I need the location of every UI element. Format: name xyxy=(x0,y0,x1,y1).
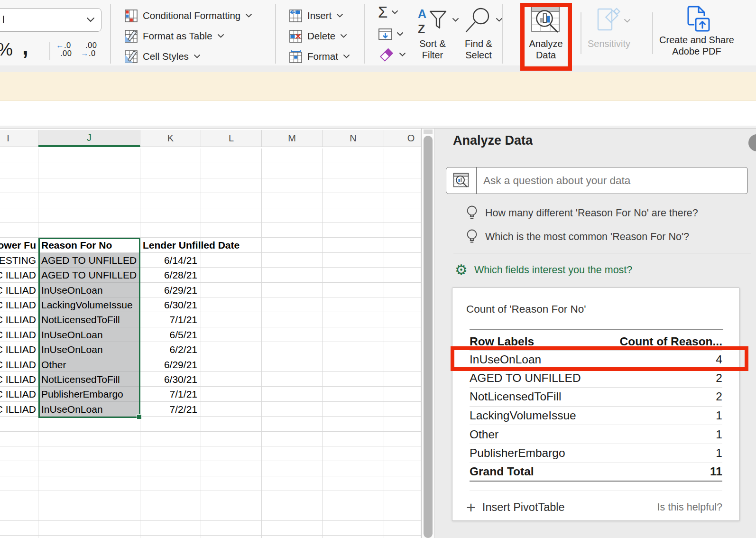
grid-cell[interactable]: ower Fu xyxy=(0,238,38,252)
grid-cell[interactable]: C ILLIAD xyxy=(0,283,38,297)
grid-cell[interactable] xyxy=(38,536,140,538)
grid-cell[interactable] xyxy=(384,178,421,193)
grid-cell[interactable] xyxy=(38,432,140,446)
grid-cell[interactable] xyxy=(38,417,140,431)
grid-cell[interactable] xyxy=(384,476,421,491)
grid-cell[interactable] xyxy=(140,163,201,178)
grid-cell[interactable] xyxy=(323,476,384,491)
grid-cell[interactable] xyxy=(201,536,262,538)
grid-cell[interactable]: C ILLIAD xyxy=(0,372,38,387)
question-search-box[interactable] xyxy=(446,167,748,194)
grid-cell[interactable] xyxy=(201,327,262,342)
grid-cell[interactable] xyxy=(323,297,384,312)
vertical-scrollbar[interactable] xyxy=(421,129,434,538)
grid-cell[interactable] xyxy=(140,476,201,491)
grid-column-header[interactable]: I xyxy=(0,130,38,147)
suggestion-item[interactable]: How many different 'Reason For No' are t… xyxy=(466,205,698,221)
grid-cell[interactable]: 6/29/21 xyxy=(140,283,201,297)
grid-cell[interactable] xyxy=(140,506,201,521)
grid-cell[interactable] xyxy=(384,342,421,357)
grid-cell[interactable] xyxy=(384,491,421,506)
grid-cell[interactable] xyxy=(323,417,384,431)
grid-cell[interactable] xyxy=(323,342,384,357)
grid-cell[interactable] xyxy=(0,193,38,208)
grid-cell[interactable]: C ILLIAD xyxy=(0,268,38,282)
grid-column-header[interactable]: O xyxy=(384,130,421,147)
grid-cell[interactable] xyxy=(0,148,38,163)
grid-cell[interactable]: PublisherEmbargo xyxy=(38,387,140,401)
number-format-dropdown[interactable]: l xyxy=(0,8,101,32)
grid-cell[interactable] xyxy=(262,342,323,357)
grid-cell[interactable] xyxy=(323,223,384,238)
grid-cell[interactable] xyxy=(262,536,323,538)
grid-cell[interactable] xyxy=(201,312,262,327)
grid-cell[interactable] xyxy=(140,178,201,193)
comma-style-button[interactable]: , xyxy=(22,34,28,60)
grid-cell[interactable] xyxy=(38,521,140,536)
grid-cell[interactable] xyxy=(140,432,201,446)
grid-cell[interactable] xyxy=(0,432,38,446)
grid-cell[interactable]: 7/1/21 xyxy=(140,387,201,401)
grid-cell[interactable] xyxy=(323,327,384,342)
fill-button[interactable] xyxy=(378,27,403,42)
conditional-formatting-button[interactable]: Conditional Formatting xyxy=(125,8,252,23)
grid-cell[interactable] xyxy=(262,476,323,491)
grid-cell[interactable] xyxy=(384,253,421,268)
grid-cell[interactable]: Reason For No xyxy=(38,238,140,252)
grid-cell[interactable] xyxy=(201,506,262,521)
grid-cell[interactable] xyxy=(384,193,421,208)
grid-cell[interactable] xyxy=(201,461,262,476)
grid-cell[interactable]: 6/14/21 xyxy=(140,253,201,268)
grid-cell[interactable] xyxy=(384,417,421,431)
grid-cell[interactable]: 6/30/21 xyxy=(140,372,201,387)
create-share-adobe-pdf-button[interactable]: Create and Share Adobe PDF xyxy=(657,4,737,57)
grid-cell[interactable] xyxy=(323,387,384,401)
format-cells-button[interactable]: Format xyxy=(289,49,350,64)
grid-cell[interactable]: AGED TO UNFILLED xyxy=(38,253,140,268)
insert-cells-button[interactable]: Insert xyxy=(289,8,343,23)
grid-cell[interactable] xyxy=(201,283,262,297)
grid-cell[interactable] xyxy=(262,283,323,297)
grid-cell[interactable]: 6/30/21 xyxy=(140,297,201,312)
grid-cell[interactable] xyxy=(0,223,38,238)
grid-cell[interactable]: Lender Unfilled Date xyxy=(140,238,201,252)
grid-cell[interactable]: 6/5/21 xyxy=(140,327,201,342)
grid-cell[interactable]: C ILLIAD xyxy=(0,402,38,417)
grid-cell[interactable] xyxy=(262,238,323,252)
grid-cell[interactable] xyxy=(201,208,262,223)
grid-cell[interactable] xyxy=(140,521,201,536)
grid-cell[interactable] xyxy=(262,327,323,342)
grid-cell[interactable] xyxy=(201,372,262,387)
grid-cell[interactable]: AGED TO UNFILLED xyxy=(38,268,140,282)
percent-style-button[interactable]: % xyxy=(0,40,13,60)
grid-cell[interactable] xyxy=(384,223,421,238)
grid-cell[interactable] xyxy=(262,297,323,312)
grid-cell[interactable]: 6/28/21 xyxy=(140,268,201,282)
grid-cell[interactable] xyxy=(323,432,384,446)
grid-cell[interactable] xyxy=(140,461,201,476)
grid-column-header[interactable]: J xyxy=(38,130,140,147)
grid-cell[interactable] xyxy=(140,446,201,461)
grid-cell[interactable] xyxy=(38,476,140,491)
grid-cell[interactable] xyxy=(384,402,421,417)
grid-cell[interactable] xyxy=(323,506,384,521)
grid-cell[interactable] xyxy=(323,491,384,506)
grid-cell[interactable]: InUseOnLoan xyxy=(38,342,140,357)
grid-cell[interactable] xyxy=(0,208,38,223)
grid-cell[interactable] xyxy=(140,417,201,431)
pane-close-button[interactable] xyxy=(748,134,756,151)
grid-cell[interactable] xyxy=(38,193,140,208)
grid-cell[interactable] xyxy=(201,342,262,357)
scrollbar-thumb[interactable] xyxy=(424,136,433,538)
grid-cell[interactable] xyxy=(140,536,201,538)
grid-cell[interactable] xyxy=(201,357,262,372)
grid-cell[interactable] xyxy=(384,357,421,372)
grid-cell[interactable] xyxy=(38,446,140,461)
grid-cell[interactable] xyxy=(38,208,140,223)
grid-cell[interactable] xyxy=(0,506,38,521)
grid-cell[interactable] xyxy=(384,238,421,252)
grid-cell[interactable] xyxy=(38,223,140,238)
grid-cell[interactable] xyxy=(323,208,384,223)
is-this-helpful-link[interactable]: Is this helpful? xyxy=(657,501,722,513)
grid-column-header[interactable]: K xyxy=(140,130,201,147)
